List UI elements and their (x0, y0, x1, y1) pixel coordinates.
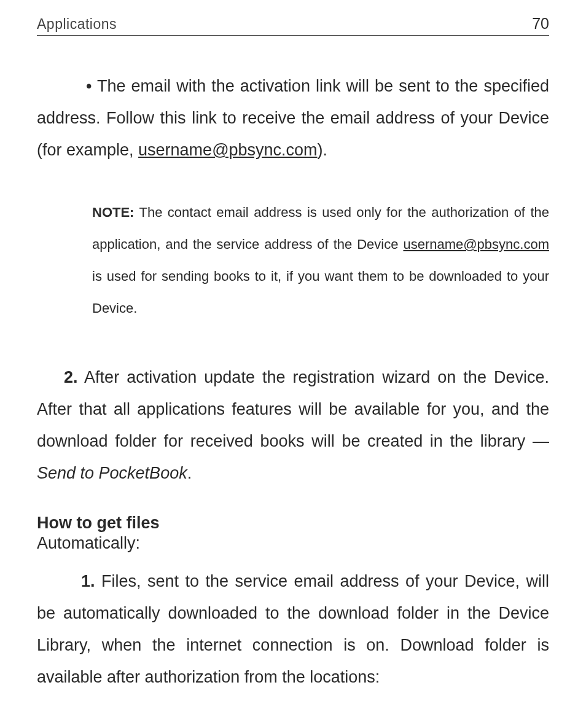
note-paragraph: NOTE: The contact email address is used … (37, 197, 549, 324)
how-to-heading: How to get files (37, 514, 549, 533)
header-page-number: 70 (532, 15, 549, 33)
header-section-title: Applications (37, 16, 117, 33)
note-label: NOTE: (92, 205, 134, 220)
page-container: Applications 70 • The email with the act… (0, 0, 586, 728)
step-number-2: 2. (37, 368, 78, 386)
step-number-1b: 1. (37, 572, 95, 590)
service-email-link[interactable]: username@pbsync.com (403, 237, 549, 252)
bullet-paragraph: • The email with the activation link wil… (37, 70, 549, 166)
step-2-text: After activation update the registration… (37, 368, 549, 450)
bullet-marker: • (37, 77, 92, 95)
bullet-text-tail: ). (318, 141, 328, 159)
step-2-paragraph: 2. After activation update the registrat… (37, 361, 549, 489)
note-text-part2: is used for sending books to it, if you … (92, 268, 549, 316)
step-1b-text: Files, sent to the service email address… (37, 572, 549, 686)
step-2-tail: . (187, 464, 192, 482)
step-1b-paragraph: 1. Files, sent to the service email addr… (37, 565, 549, 693)
example-email-link[interactable]: username@pbsync.com (138, 141, 318, 159)
mode-automatically: Automatically: (37, 534, 549, 553)
page-header: Applications 70 (37, 15, 549, 36)
folder-name-italic: Send to PocketBook (37, 464, 187, 482)
